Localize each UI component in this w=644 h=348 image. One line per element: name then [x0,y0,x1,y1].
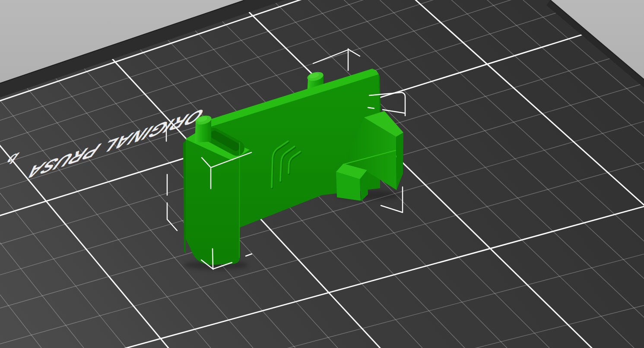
model-leg-edge-highlight [239,142,240,258]
model-foot-block [336,164,368,201]
scene-svg: ORIGINAL PRUSA b [0,0,644,348]
slicer-3d-viewport[interactable]: ORIGINAL PRUSA b [0,0,644,348]
